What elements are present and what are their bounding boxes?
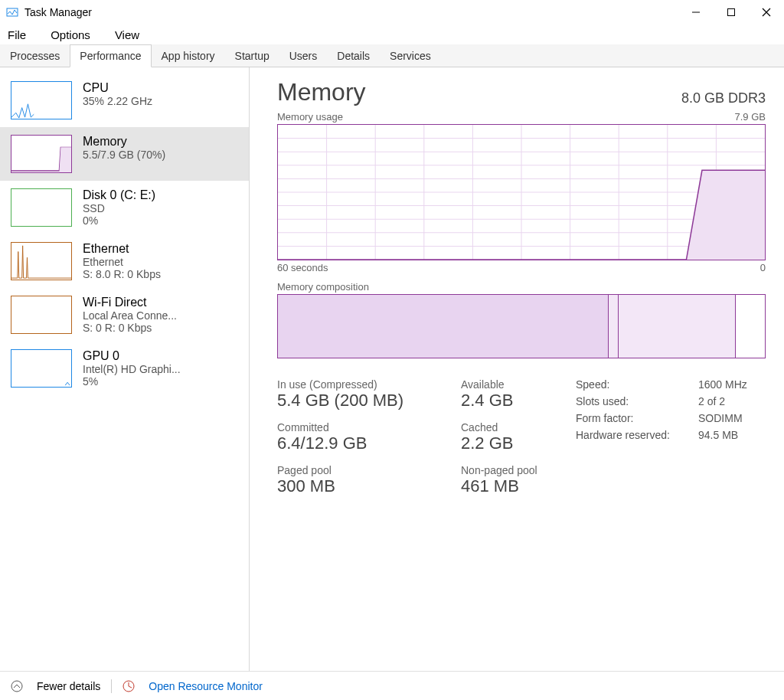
footer: Fewer details Open Resource Monitor: [0, 671, 784, 700]
detail-title: Memory: [277, 78, 366, 106]
close-button[interactable]: [749, 0, 784, 25]
fewer-details-button[interactable]: Fewer details: [37, 680, 100, 692]
slots-value: 2 of 2: [698, 395, 766, 407]
window-title: Task Manager: [24, 6, 678, 18]
footer-divider: [111, 679, 112, 693]
composition-label: Memory composition: [277, 281, 369, 293]
tab-performance[interactable]: Performance: [70, 44, 151, 67]
disk-sub2: 0%: [83, 214, 238, 227]
minimize-button[interactable]: [678, 0, 714, 25]
svg-point-25: [11, 681, 22, 692]
slots-label: Slots used:: [576, 395, 698, 407]
sidebar-item-gpu[interactable]: GPU 0 Intel(R) HD Graphi... 5%: [0, 342, 249, 395]
svg-line-28: [129, 686, 132, 688]
menu-bar: File Options View: [0, 25, 784, 44]
menu-options[interactable]: Options: [46, 27, 95, 43]
memory-composition-chart: [277, 294, 766, 358]
disk-title: Disk 0 (C: E:): [83, 188, 238, 202]
ethernet-thumb: [11, 242, 72, 280]
cached-label: Cached: [461, 421, 560, 433]
memory-title: Memory: [83, 135, 238, 149]
form-value: SODIMM: [698, 412, 766, 424]
nonpaged-value: 461 MB: [461, 476, 560, 496]
resource-monitor-icon: [122, 680, 135, 692]
form-label: Form factor:: [576, 412, 698, 424]
cpu-title: CPU: [83, 81, 238, 95]
cached-value: 2.2 GB: [461, 433, 560, 453]
gpu-title: GPU 0: [83, 349, 238, 363]
usage-max: 7.9 GB: [735, 111, 766, 123]
gpu-sub2: 5%: [83, 375, 238, 388]
chevron-up-circle-icon: [11, 680, 23, 692]
detail-spec: 8.0 GB DDR3: [681, 90, 766, 106]
sidebar-item-memory[interactable]: Memory 5.5/7.9 GB (70%): [0, 127, 249, 181]
memory-thumb: [11, 135, 72, 173]
svg-rect-2: [728, 9, 735, 16]
memory-usage-chart: [277, 124, 766, 260]
menu-file[interactable]: File: [3, 27, 31, 43]
ethernet-title: Ethernet: [83, 242, 238, 256]
tab-strip: Processes Performance App history Startu…: [0, 44, 784, 67]
speed-label: Speed:: [576, 378, 698, 391]
tab-app-history[interactable]: App history: [152, 44, 225, 67]
gpu-thumb: [11, 349, 72, 388]
inuse-value: 5.4 GB (200 MB): [277, 391, 446, 411]
sidebar-item-disk0[interactable]: Disk 0 (C: E:) SSD 0%: [0, 181, 249, 234]
wifi-thumb: [11, 296, 72, 334]
x-right: 0: [760, 262, 766, 273]
cpu-thumb: [11, 81, 72, 119]
hw-label: Hardware reserved:: [576, 429, 698, 441]
available-label: Available: [461, 378, 560, 391]
committed-label: Committed: [277, 421, 446, 433]
x-left: 60 seconds: [277, 262, 328, 273]
tab-users[interactable]: Users: [279, 44, 328, 67]
paged-label: Paged pool: [277, 464, 446, 476]
cpu-sub: 35% 2.22 GHz: [83, 95, 238, 107]
inuse-label: In use (Compressed): [277, 378, 446, 391]
sidebar-item-cpu[interactable]: CPU 35% 2.22 GHz: [0, 74, 249, 127]
menu-view[interactable]: View: [110, 27, 144, 43]
hw-value: 94.5 MB: [698, 429, 766, 441]
tab-processes[interactable]: Processes: [0, 44, 70, 67]
app-icon: [6, 6, 18, 18]
tab-details[interactable]: Details: [327, 44, 380, 67]
tab-services[interactable]: Services: [380, 44, 441, 67]
memory-sub: 5.5/7.9 GB (70%): [83, 149, 238, 161]
usage-label: Memory usage: [277, 111, 343, 123]
tab-startup[interactable]: Startup: [225, 44, 279, 67]
title-bar: Task Manager: [0, 0, 784, 25]
nonpaged-label: Non-paged pool: [461, 464, 560, 476]
available-value: 2.4 GB: [461, 391, 560, 411]
detail-pane: Memory 8.0 GB DDR3 Memory usage 7.9 GB: [250, 67, 784, 671]
wifi-title: Wi-Fi Direct: [83, 296, 238, 309]
paged-value: 300 MB: [277, 476, 446, 496]
resource-sidebar: CPU 35% 2.22 GHz Memory 5.5/7.9 GB (70%)…: [0, 67, 250, 671]
wifi-sub2: S: 0 R: 0 Kbps: [83, 322, 238, 334]
disk-thumb: [11, 188, 72, 227]
open-resource-monitor-link[interactable]: Open Resource Monitor: [149, 680, 263, 692]
maximize-button[interactable]: [714, 0, 749, 25]
wifi-sub1: Local Area Conne...: [83, 309, 238, 322]
gpu-sub1: Intel(R) HD Graphi...: [83, 363, 238, 375]
sidebar-item-wifi[interactable]: Wi-Fi Direct Local Area Conne... S: 0 R:…: [0, 288, 249, 342]
disk-sub1: SSD: [83, 202, 238, 214]
ethernet-sub2: S: 8.0 R: 0 Kbps: [83, 268, 238, 280]
committed-value: 6.4/12.9 GB: [277, 433, 446, 453]
ethernet-sub1: Ethernet: [83, 256, 238, 268]
sidebar-item-ethernet[interactable]: Ethernet Ethernet S: 8.0 R: 0 Kbps: [0, 234, 249, 288]
speed-value: 1600 MHz: [698, 378, 766, 391]
svg-marker-5: [11, 147, 71, 172]
